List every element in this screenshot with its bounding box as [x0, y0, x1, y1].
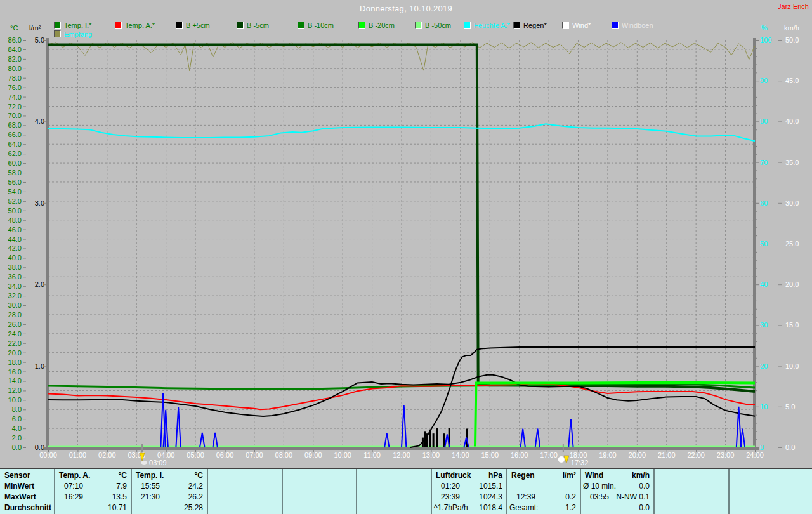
legend-swatch-feuchte-a	[464, 22, 471, 29]
weather-app-window: Donnerstag, 10.10.2019 Jarz Erich 0.02.0…	[0, 0, 812, 514]
legend-label-temp-a: Temp. A.*	[125, 22, 155, 29]
legend-swatch-b-minus50	[415, 22, 422, 29]
svg-text:16.0: 16.0	[8, 368, 22, 376]
table-cell: l/m²	[563, 471, 576, 480]
table-cell: 15:55	[141, 482, 160, 491]
svg-text:80.0: 80.0	[8, 65, 22, 72]
svg-text:10.0: 10.0	[785, 362, 799, 370]
svg-text:34.0: 34.0	[8, 282, 22, 290]
legend-label-b-minus50: B -50cm	[425, 22, 451, 29]
table-cell: Luftdruck	[436, 471, 471, 480]
sunrise-marker-stem	[141, 444, 143, 452]
table-cell: Durchschnitt	[4, 503, 51, 512]
legend-item-b-minus5[interactable]: B -5cm	[237, 19, 269, 27]
table-cell: 25.28	[184, 503, 203, 512]
table-divider	[356, 469, 357, 514]
svg-text:25.0: 25.0	[785, 240, 799, 247]
table-cell: 21:30	[141, 492, 160, 501]
svg-text:09:00: 09:00	[304, 451, 322, 459]
svg-text:12.0: 12.0	[8, 386, 22, 394]
svg-text:3.0: 3.0	[35, 199, 44, 207]
svg-text:10.0: 10.0	[8, 396, 22, 404]
svg-text:0: 0	[760, 444, 764, 451]
legend-item-windboeen[interactable]: Windböen	[612, 19, 653, 27]
table-cell: 03:55	[590, 492, 609, 501]
legend-label-regen: Regen*	[523, 22, 547, 29]
table-cell: ^1.7hPa/h	[434, 503, 468, 512]
table-cell: 07:10	[64, 482, 83, 491]
svg-text:80: 80	[760, 117, 768, 125]
svg-text:04:00: 04:00	[157, 451, 175, 459]
svg-text:18:00: 18:00	[570, 451, 587, 459]
legend-label-feuchte-a: Feuchte A.*	[474, 22, 510, 29]
svg-text:32.0: 32.0	[8, 292, 22, 300]
svg-text:60: 60	[760, 199, 768, 207]
svg-text:84.0: 84.0	[8, 46, 22, 53]
table-cell: °C	[119, 471, 127, 480]
svg-text:40.0: 40.0	[785, 117, 799, 125]
svg-text:06:00: 06:00	[216, 451, 234, 459]
svg-text:4.0: 4.0	[12, 425, 22, 432]
svg-text:20.0: 20.0	[785, 280, 799, 288]
x-axis-labels: 00:0001:0002:0003:0004:0005:0006:0007:00…	[39, 450, 764, 459]
table-cell: 16:29	[64, 492, 83, 501]
table-cell: 1015.1	[479, 482, 502, 491]
svg-text:52.0: 52.0	[8, 197, 22, 205]
svg-text:30.0: 30.0	[8, 301, 22, 309]
table-cell: 1.2	[565, 503, 576, 512]
svg-text:20:00: 20:00	[629, 451, 646, 459]
legend-swatch-b-minus20	[358, 22, 365, 29]
svg-text:0.0: 0.0	[785, 444, 795, 451]
legend-swatch-b-minus5	[237, 22, 244, 29]
svg-text:48.0: 48.0	[8, 216, 22, 224]
legend-swatch-empfang	[54, 30, 61, 37]
legend-swatch-wind	[562, 22, 569, 29]
svg-text:14.0: 14.0	[8, 377, 22, 385]
svg-text:14:00: 14:00	[452, 451, 469, 459]
svg-text:56.0: 56.0	[8, 178, 22, 186]
legend-item-temp-a[interactable]: Temp. A.*	[115, 19, 155, 27]
legend-item-empfang[interactable]: Empfang	[54, 28, 92, 36]
legend-item-wind[interactable]: Wind*	[562, 19, 591, 27]
svg-text:6.0: 6.0	[12, 415, 22, 423]
svg-text:13:00: 13:00	[422, 451, 440, 459]
table-cell: 23:39	[441, 492, 460, 501]
svg-text:17:00: 17:00	[540, 451, 558, 459]
svg-text:30.0: 30.0	[785, 199, 799, 207]
svg-text:78.0: 78.0	[8, 74, 22, 82]
table-cell: Temp. A.	[59, 471, 90, 480]
svg-text:35.0: 35.0	[785, 159, 799, 166]
legend-item-b-minus20[interactable]: B -20cm	[358, 19, 395, 27]
svg-text:22.0: 22.0	[8, 339, 22, 347]
legend-item-b-minus10[interactable]: B -10cm	[298, 19, 334, 27]
legend-item-feuchte-a[interactable]: Feuchte A.*	[464, 19, 510, 27]
svg-text:10:00: 10:00	[334, 451, 351, 459]
legend-item-b-plus5[interactable]: B +5cm	[176, 19, 210, 27]
table-cell: 24.2	[188, 482, 203, 491]
legend-swatch-windboeen	[612, 22, 619, 29]
svg-text:28.0: 28.0	[8, 311, 22, 319]
legend-item-temp-i[interactable]: Temp. I.*	[54, 19, 91, 27]
svg-text:17:32: 17:32	[571, 459, 589, 466]
svg-text:24:00: 24:00	[746, 451, 764, 459]
table-cell: 10.71	[108, 503, 127, 512]
table-cell: Gesamt:	[509, 503, 538, 512]
legend-label-wind: Wind*	[572, 22, 591, 29]
svg-text:10: 10	[760, 403, 768, 411]
svg-text:26.0: 26.0	[8, 320, 22, 328]
table-cell: MinWert	[4, 482, 34, 491]
legend-swatch-b-minus10	[298, 22, 304, 29]
svg-text:8.0: 8.0	[12, 405, 22, 413]
svg-text:05:00: 05:00	[187, 451, 204, 459]
svg-text:00:00: 00:00	[39, 451, 57, 459]
table-cell: Sensor	[4, 471, 30, 480]
weather-chart: 0.02.04.06.08.010.012.014.016.018.020.02…	[0, 0, 812, 468]
table-cell: Regen	[511, 471, 535, 480]
svg-text:02:00: 02:00	[98, 451, 116, 459]
svg-text:64.0: 64.0	[8, 140, 22, 148]
table-cell: 0.0	[639, 503, 650, 512]
legend-item-regen[interactable]: Regen*	[513, 19, 547, 27]
legend-swatch-temp-a	[115, 22, 122, 29]
table-divider	[207, 469, 208, 514]
legend-item-b-minus50[interactable]: B -50cm	[415, 19, 451, 27]
